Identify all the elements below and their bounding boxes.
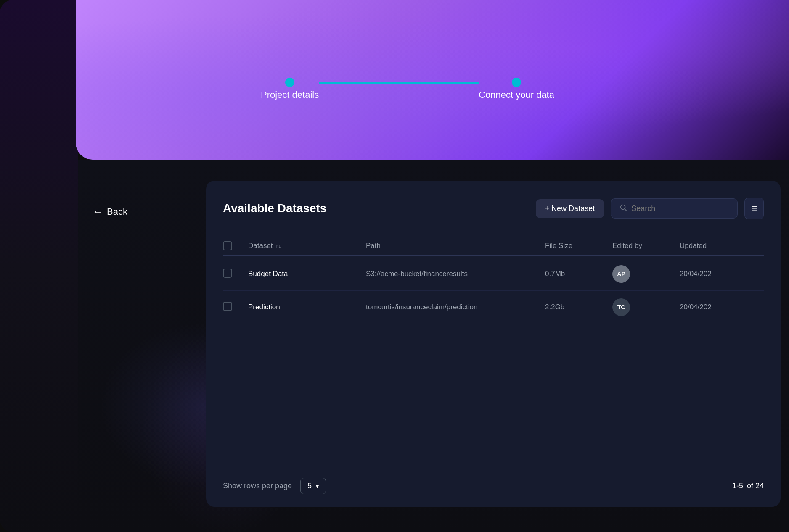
main-panel: Available Datasets + New Dataset ≡ (206, 181, 781, 507)
page-of-label: of 24 (747, 482, 764, 490)
step-1-label: Project details (261, 90, 319, 100)
table-row: Budget Data S3://acme-bucket/financeresu… (223, 258, 764, 291)
row-2-dataset: Prediction (248, 303, 366, 311)
search-input[interactable] (631, 204, 729, 213)
filter-button[interactable]: ≡ (744, 198, 764, 219)
row-1-editedby: AP (612, 265, 680, 283)
row-1-path: S3://acme-bucket/financeresults (366, 270, 545, 278)
table-row: Prediction tomcurtis/insuranceclaim/pred… (223, 291, 764, 324)
new-dataset-button[interactable]: + New Dataset (536, 199, 604, 218)
avatar-ap: AP (612, 265, 630, 283)
th-editedby: Edited by (612, 241, 680, 250)
page-size-value: 5 (307, 482, 312, 490)
select-all-checkbox[interactable] (223, 241, 232, 250)
th-updated: Updated (680, 241, 764, 250)
avatar-tc: TC (612, 298, 630, 316)
step-1-dot (285, 78, 294, 87)
row-1-checkbox (223, 269, 248, 280)
sort-icon-dataset[interactable]: ↑↓ (275, 242, 281, 249)
rows-per-page-label: Show rows per page (223, 482, 292, 490)
svg-line-1 (625, 209, 626, 211)
back-button[interactable]: ← Back (93, 206, 127, 218)
search-box (611, 198, 738, 219)
th-checkbox (223, 241, 248, 250)
row-1-filesize: 0.7Mb (545, 270, 612, 278)
chevron-down-icon: ▾ (316, 483, 319, 490)
th-dataset: Dataset ↑↓ (248, 241, 366, 250)
stepper: Project details Connect your data (261, 78, 554, 100)
page-size-selector[interactable]: 5 ▾ (300, 478, 326, 494)
step-2-dot (512, 78, 521, 87)
header-actions: + New Dataset ≡ (536, 198, 764, 219)
row-2-checkbox (223, 302, 248, 313)
th-path: Path (366, 241, 545, 250)
search-icon (620, 204, 627, 213)
row-2-updated: 20/04/202 (680, 303, 764, 311)
th-filesize: File Size (545, 241, 612, 250)
rows-per-page: Show rows per page 5 ▾ (223, 478, 326, 494)
panel-title: Available Datasets (223, 202, 326, 215)
row-2-editedby: TC (612, 298, 680, 316)
page-range: 1-5 (732, 482, 743, 490)
page-info: 1-5 of 24 (732, 482, 764, 490)
back-button-label: Back (107, 206, 127, 217)
row-2-filesize: 2.2Gb (545, 303, 612, 311)
back-arrow-icon: ← (93, 206, 103, 218)
panel-header: Available Datasets + New Dataset ≡ (223, 198, 764, 219)
datasets-table: Dataset ↑↓ Path File Size Edited by Upda… (223, 236, 764, 324)
row-2-select[interactable] (223, 302, 232, 311)
row-2-path: tomcurtis/insuranceclaim/prediction (366, 303, 545, 311)
filter-icon: ≡ (752, 203, 757, 214)
step-2-label: Connect your data (479, 90, 554, 100)
row-1-updated: 20/04/202 (680, 270, 764, 278)
step-1-group: Project details (261, 78, 319, 100)
dark-sidebar (0, 0, 78, 532)
row-1-dataset: Budget Data (248, 270, 366, 278)
table-header: Dataset ↑↓ Path File Size Edited by Upda… (223, 236, 764, 256)
row-1-select[interactable] (223, 269, 232, 278)
stepper-connector (319, 82, 479, 84)
step-2-group: Connect your data (479, 78, 554, 100)
